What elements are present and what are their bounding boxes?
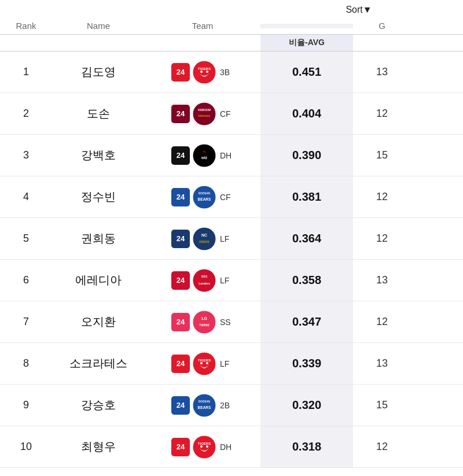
cell-avg: 0.381 <box>260 176 353 217</box>
team-logo-icon: DOOSAN BEARS <box>192 393 216 418</box>
cell-g: 15 <box>353 399 411 411</box>
svg-point-24 <box>200 362 203 364</box>
svg-text:SSG: SSG <box>201 275 208 278</box>
cell-position: SS <box>220 318 234 327</box>
team-logo-icon: TIGERS <box>192 60 216 84</box>
cell-avg: 0.364 <box>260 218 353 259</box>
svg-text:DINOS: DINOS <box>199 240 210 243</box>
cell-name: 강백호 <box>52 147 145 163</box>
cell-position: CF <box>220 109 234 119</box>
cell-avg: 0.339 <box>260 343 353 384</box>
cell-g: 13 <box>353 357 411 370</box>
col-header-avg <box>260 24 353 28</box>
team-logo-icon: LG TWINS <box>192 310 216 334</box>
svg-text:TIGERS: TIGERS <box>198 67 211 71</box>
cell-team: 24 kt wiz DH <box>145 143 260 168</box>
svg-text:TIGERS: TIGERS <box>198 359 211 362</box>
cell-g: 12 <box>353 316 411 328</box>
table-row: 1 김도영 24 TIGERS 3B 0.451 13 <box>0 51 463 93</box>
cell-g: 12 <box>353 441 411 453</box>
cell-name: 김도영 <box>52 64 145 80</box>
sort-label: Sort <box>346 5 362 14</box>
cell-team: 24 DOOSAN BEARS 2B <box>145 393 260 418</box>
svg-text:BEARS: BEARS <box>198 197 211 201</box>
table-body: 1 김도영 24 TIGERS 3B 0.451 13 2 도손 24 KIWO… <box>0 51 463 468</box>
svg-point-13 <box>193 227 216 250</box>
sort-button[interactable]: Sort▼ <box>313 2 405 16</box>
cell-avg: 0.318 <box>260 426 353 467</box>
cell-team: 24 KIWOOM Heroes CF <box>145 102 260 126</box>
svg-text:Heroes: Heroes <box>199 114 211 117</box>
team-number-badge: 24 <box>171 438 190 456</box>
cell-name: 강승호 <box>52 397 145 413</box>
svg-text:KIWOOM: KIWOOM <box>198 108 211 112</box>
svg-point-2 <box>200 71 203 73</box>
cell-rank: 1 <box>0 66 52 78</box>
cell-team: 24 TIGERS LF <box>145 352 260 376</box>
team-number-badge: 24 <box>171 188 190 206</box>
col-header-g: G <box>353 21 411 31</box>
svg-text:DOOSAN: DOOSAN <box>199 192 210 195</box>
cell-rank: 5 <box>0 233 52 245</box>
table-row: 7 오지환 24 LG TWINS SS 0.347 12 <box>0 301 463 343</box>
cell-name: 도손 <box>52 106 145 121</box>
svg-text:BEARS: BEARS <box>198 405 211 409</box>
cell-position: LF <box>220 234 234 243</box>
cell-position: DH <box>220 442 234 452</box>
sort-arrow-icon: ▼ <box>363 5 372 14</box>
svg-point-22 <box>193 352 216 375</box>
team-number-badge: 24 <box>171 271 190 290</box>
team-logo-icon: SSG Landers <box>192 268 216 293</box>
svg-point-16 <box>193 269 216 292</box>
cell-position: CF <box>220 193 234 202</box>
cell-rank: 6 <box>0 274 52 286</box>
svg-point-0 <box>193 61 216 84</box>
team-number-badge: 24 <box>171 63 190 82</box>
svg-text:NC: NC <box>201 233 207 237</box>
cell-rank: 10 <box>0 441 52 453</box>
avg-subheader: 비율-AVG <box>260 35 353 51</box>
sub-header: 비율-AVG <box>0 35 463 51</box>
table-row: 9 강승호 24 DOOSAN BEARS 2B 0.320 15 <box>0 385 463 426</box>
cell-team: 24 DOOSAN BEARS CF <box>145 185 260 209</box>
team-logo-icon: DOOSAN BEARS <box>192 185 216 209</box>
svg-point-25 <box>206 362 208 364</box>
cell-avg: 0.390 <box>260 135 353 176</box>
team-logo-icon: TIGERS <box>192 352 216 376</box>
cell-position: 2B <box>220 401 234 410</box>
team-number-badge: 24 <box>171 396 190 415</box>
cell-avg: 0.404 <box>260 93 353 134</box>
svg-text:Landers: Landers <box>199 282 210 285</box>
team-logo-icon: KIWOOM Heroes <box>192 102 216 126</box>
cell-rank: 8 <box>0 357 52 370</box>
team-number-badge: 24 <box>171 313 190 331</box>
cell-name: 오지환 <box>52 314 145 330</box>
svg-text:TIGERS: TIGERS <box>198 442 211 445</box>
sort-area: Sort▼ <box>0 0 463 16</box>
team-number-badge: 24 <box>171 230 190 248</box>
cell-g: 13 <box>353 274 411 286</box>
svg-text:wiz: wiz <box>201 156 208 160</box>
cell-name: 최형우 <box>52 439 145 455</box>
cell-position: LF <box>220 276 234 285</box>
team-number-badge: 24 <box>171 355 190 373</box>
cell-rank: 4 <box>0 191 52 203</box>
cell-rank: 7 <box>0 316 52 328</box>
cell-position: 3B <box>220 68 234 77</box>
svg-point-32 <box>206 445 208 448</box>
cell-avg: 0.358 <box>260 260 353 301</box>
table-row: 3 강백호 24 kt wiz DH 0.390 15 <box>0 135 463 176</box>
cell-g: 12 <box>353 233 411 245</box>
svg-point-29 <box>193 436 216 459</box>
cell-rank: 3 <box>0 149 52 161</box>
cell-g: 12 <box>353 108 411 120</box>
cell-rank: 2 <box>0 108 52 120</box>
team-number-badge: 24 <box>171 105 190 123</box>
col-header-team: Team <box>145 21 260 31</box>
cell-position: DH <box>220 151 234 160</box>
cell-name: 소크라테스 <box>52 356 145 371</box>
svg-point-31 <box>200 445 203 448</box>
cell-team: 24 NC DINOS LF <box>145 227 260 251</box>
cell-name: 에레디아 <box>52 272 145 288</box>
col-header-rank: Rank <box>0 21 52 31</box>
